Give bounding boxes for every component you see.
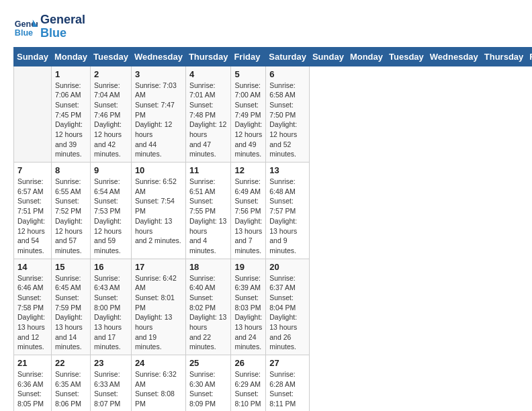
calendar-day-cell: 11Sunrise: 6:51 AM Sunset: 7:55 PM Dayli… <box>185 163 231 259</box>
day-info: Sunrise: 6:39 AM Sunset: 8:03 PM Dayligh… <box>234 273 262 353</box>
day-number: 17 <box>135 262 182 272</box>
day-of-week-header: Sunday <box>14 47 52 66</box>
day-number: 1 <box>55 69 87 79</box>
day-number: 24 <box>135 358 182 368</box>
calendar-day-cell: 5Sunrise: 7:00 AM Sunset: 7:49 PM Daylig… <box>231 66 266 163</box>
day-info: Sunrise: 6:58 AM Sunset: 7:50 PM Dayligh… <box>269 81 306 160</box>
day-of-week-header: Saturday <box>266 47 310 66</box>
day-number: 26 <box>234 358 262 368</box>
day-info: Sunrise: 6:46 AM Sunset: 7:58 PM Dayligh… <box>17 273 48 353</box>
day-info: Sunrise: 6:37 AM Sunset: 8:04 PM Dayligh… <box>269 273 306 353</box>
calendar-week-row: 14Sunrise: 6:46 AM Sunset: 7:58 PM Dayli… <box>14 259 533 355</box>
day-info: Sunrise: 6:55 AM Sunset: 7:52 PM Dayligh… <box>55 177 87 256</box>
day-info: Sunrise: 6:52 AM Sunset: 7:54 PM Dayligh… <box>135 177 182 246</box>
calendar-table: SundayMondayTuesdayWednesdayThursdayFrid… <box>13 47 532 411</box>
day-number: 8 <box>55 165 87 175</box>
logo: General Blue General Blue <box>13 13 85 40</box>
day-of-week-header: Monday <box>51 47 90 66</box>
day-info: Sunrise: 6:49 AM Sunset: 7:56 PM Dayligh… <box>234 177 262 256</box>
day-info: Sunrise: 7:01 AM Sunset: 7:48 PM Dayligh… <box>189 81 228 160</box>
day-number: 20 <box>269 262 306 272</box>
weekday-header: Wednesday <box>427 47 481 66</box>
calendar-day-cell: 26Sunrise: 6:29 AM Sunset: 8:10 PM Dayli… <box>231 355 266 411</box>
day-info: Sunrise: 7:03 AM Sunset: 7:47 PM Dayligh… <box>135 81 182 160</box>
calendar-week-row: 21Sunrise: 6:36 AM Sunset: 8:05 PM Dayli… <box>14 355 533 411</box>
day-number: 21 <box>17 358 48 368</box>
day-info: Sunrise: 6:48 AM Sunset: 7:57 PM Dayligh… <box>269 177 306 256</box>
calendar-day-cell: 22Sunrise: 6:35 AM Sunset: 8:06 PM Dayli… <box>51 355 90 411</box>
day-number: 4 <box>189 69 228 79</box>
day-number: 12 <box>234 165 262 175</box>
calendar-day-cell: 3Sunrise: 7:03 AM Sunset: 7:47 PM Daylig… <box>131 66 185 163</box>
day-number: 23 <box>94 358 128 368</box>
logo-text: General Blue <box>40 13 85 40</box>
weekday-header: Thursday <box>481 47 527 66</box>
day-number: 11 <box>189 165 228 175</box>
day-info: Sunrise: 6:30 AM Sunset: 8:09 PM Dayligh… <box>189 369 228 411</box>
day-info: Sunrise: 6:45 AM Sunset: 7:59 PM Dayligh… <box>55 273 87 353</box>
day-info: Sunrise: 6:40 AM Sunset: 8:02 PM Dayligh… <box>189 273 228 353</box>
day-of-week-header: Tuesday <box>91 47 132 66</box>
day-info: Sunrise: 7:00 AM Sunset: 7:49 PM Dayligh… <box>234 81 262 160</box>
day-number: 7 <box>17 165 48 175</box>
day-info: Sunrise: 6:57 AM Sunset: 7:51 PM Dayligh… <box>17 177 48 256</box>
calendar-day-cell: 23Sunrise: 6:33 AM Sunset: 8:07 PM Dayli… <box>91 355 132 411</box>
day-info: Sunrise: 6:51 AM Sunset: 7:55 PM Dayligh… <box>189 177 228 256</box>
day-info: Sunrise: 6:33 AM Sunset: 8:07 PM Dayligh… <box>94 369 128 411</box>
calendar-day-cell: 10Sunrise: 6:52 AM Sunset: 7:54 PM Dayli… <box>131 163 185 259</box>
calendar-day-cell: 6Sunrise: 6:58 AM Sunset: 7:50 PM Daylig… <box>266 66 310 163</box>
calendar-day-cell <box>14 66 52 163</box>
calendar-day-cell: 24Sunrise: 6:32 AM Sunset: 8:08 PM Dayli… <box>131 355 185 411</box>
calendar-day-cell: 4Sunrise: 7:01 AM Sunset: 7:48 PM Daylig… <box>185 66 231 163</box>
calendar-day-cell: 8Sunrise: 6:55 AM Sunset: 7:52 PM Daylig… <box>51 163 90 259</box>
day-of-week-header: Thursday <box>185 47 231 66</box>
calendar-day-cell: 20Sunrise: 6:37 AM Sunset: 8:04 PM Dayli… <box>266 259 310 355</box>
day-number: 2 <box>94 69 128 79</box>
calendar-day-cell: 18Sunrise: 6:40 AM Sunset: 8:02 PM Dayli… <box>185 259 231 355</box>
calendar-day-cell: 12Sunrise: 6:49 AM Sunset: 7:56 PM Dayli… <box>231 163 266 259</box>
day-number: 14 <box>17 262 48 272</box>
day-info: Sunrise: 6:36 AM Sunset: 8:05 PM Dayligh… <box>17 369 48 411</box>
day-number: 13 <box>269 165 306 175</box>
calendar-day-cell: 19Sunrise: 6:39 AM Sunset: 8:03 PM Dayli… <box>231 259 266 355</box>
day-info: Sunrise: 6:42 AM Sunset: 8:01 PM Dayligh… <box>135 273 182 353</box>
calendar-week-row: 1Sunrise: 7:06 AM Sunset: 7:45 PM Daylig… <box>14 66 533 163</box>
svg-text:Blue: Blue <box>15 28 33 37</box>
calendar-day-cell: 7Sunrise: 6:57 AM Sunset: 7:51 PM Daylig… <box>14 163 52 259</box>
day-of-week-header: Wednesday <box>131 47 185 66</box>
day-info: Sunrise: 7:04 AM Sunset: 7:46 PM Dayligh… <box>94 81 128 160</box>
weekday-header: Friday <box>527 47 532 66</box>
day-number: 19 <box>234 262 262 272</box>
day-number: 10 <box>135 165 182 175</box>
calendar-day-cell: 27Sunrise: 6:28 AM Sunset: 8:11 PM Dayli… <box>266 355 310 411</box>
calendar-day-cell: 9Sunrise: 6:54 AM Sunset: 7:53 PM Daylig… <box>91 163 132 259</box>
day-number: 3 <box>135 69 182 79</box>
day-number: 15 <box>55 262 87 272</box>
day-info: Sunrise: 6:43 AM Sunset: 8:00 PM Dayligh… <box>94 273 128 353</box>
day-number: 27 <box>269 358 306 368</box>
day-info: Sunrise: 6:32 AM Sunset: 8:08 PM Dayligh… <box>135 369 182 411</box>
day-number: 22 <box>55 358 87 368</box>
day-of-week-header: Friday <box>231 47 266 66</box>
day-number: 25 <box>189 358 228 368</box>
calendar-day-cell: 14Sunrise: 6:46 AM Sunset: 7:58 PM Dayli… <box>14 259 52 355</box>
day-info: Sunrise: 6:54 AM Sunset: 7:53 PM Dayligh… <box>94 177 128 256</box>
calendar-week-row: 7Sunrise: 6:57 AM Sunset: 7:51 PM Daylig… <box>14 163 533 259</box>
page-header: General Blue General Blue <box>13 13 519 40</box>
calendar-day-cell: 1Sunrise: 7:06 AM Sunset: 7:45 PM Daylig… <box>51 66 90 163</box>
calendar-header-row: SundayMondayTuesdayWednesdayThursdayFrid… <box>14 47 533 66</box>
calendar-day-cell: 16Sunrise: 6:43 AM Sunset: 8:00 PM Dayli… <box>91 259 132 355</box>
calendar-day-cell: 25Sunrise: 6:30 AM Sunset: 8:09 PM Dayli… <box>185 355 231 411</box>
day-number: 5 <box>234 69 262 79</box>
day-number: 6 <box>269 69 306 79</box>
day-info: Sunrise: 6:28 AM Sunset: 8:11 PM Dayligh… <box>269 369 306 411</box>
day-number: 18 <box>189 262 228 272</box>
weekday-header: Monday <box>347 47 386 66</box>
day-number: 16 <box>94 262 128 272</box>
calendar-day-cell: 17Sunrise: 6:42 AM Sunset: 8:01 PM Dayli… <box>131 259 185 355</box>
calendar-day-cell: 13Sunrise: 6:48 AM Sunset: 7:57 PM Dayli… <box>266 163 310 259</box>
weekday-header: Sunday <box>309 47 347 66</box>
calendar-day-cell: 2Sunrise: 7:04 AM Sunset: 7:46 PM Daylig… <box>91 66 132 163</box>
day-info: Sunrise: 6:35 AM Sunset: 8:06 PM Dayligh… <box>55 369 87 411</box>
day-number: 9 <box>94 165 128 175</box>
